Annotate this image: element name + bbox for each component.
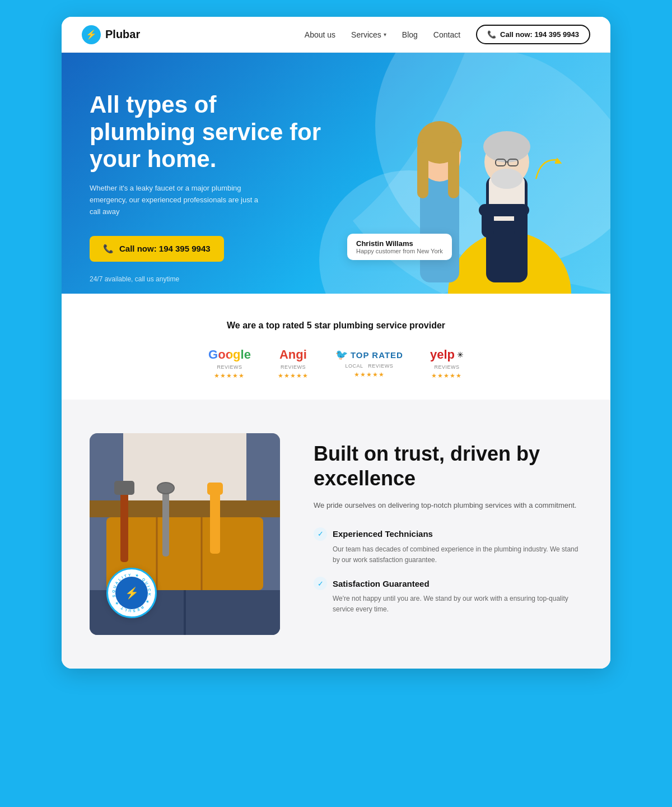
logo-area: ⚡ Plubar	[82, 25, 140, 44]
svg-rect-20	[123, 433, 246, 506]
angi-review-item: Angi REVIEWS ★★★★★	[278, 347, 309, 379]
page-wrapper: ⚡ Plubar About us Services ▾ Blog Contac…	[62, 17, 610, 669]
phone-icon-hero: 📞	[103, 244, 114, 254]
reviews-title: We are a top rated 5 star plumbing servi…	[82, 321, 590, 331]
feature-item-1: ✓ Experienced Technicians Our team has d…	[314, 527, 582, 565]
lightning-badge-icon: ⚡	[125, 586, 139, 600]
google-review-item: Google REVIEWS ★★★★★	[208, 347, 251, 379]
svg-rect-26	[114, 481, 134, 495]
header-call-button[interactable]: 📞 Call now: 194 395 9943	[476, 25, 590, 44]
about-title: Built on trust, driven by excellence	[314, 442, 582, 490]
svg-rect-21	[90, 500, 280, 517]
nav-item-services[interactable]: Services ▾	[351, 30, 386, 39]
yelp-review-item: yelp ✳ REVIEWS ★★★★★	[430, 347, 464, 379]
feature-desc-2: We're not happy until you are. We stand …	[314, 593, 582, 615]
customer-card: Christin Willams Happy customer from New…	[347, 234, 452, 260]
customer-name: Christin Willams	[356, 239, 443, 248]
google-review-label: REVIEWS	[217, 364, 242, 370]
logo-icon: ⚡	[82, 25, 101, 44]
angi-review-label: REVIEWS	[281, 364, 306, 370]
chevron-down-icon: ▾	[384, 31, 386, 38]
svg-rect-4	[417, 142, 428, 198]
toprated-review-item: 🐦 TOP RATED LOCAL REVIEWS ★★★★★	[335, 349, 403, 378]
feature-title-1: Experienced Technicians	[333, 529, 433, 539]
toprated-review-label: LOCAL REVIEWS	[346, 363, 394, 369]
hero-section: All types of plumbing service for your h…	[62, 53, 610, 294]
nav-item-blog[interactable]: Blog	[402, 30, 418, 39]
feature-item-2: ✓ Satisfaction Guaranteed We're not happ…	[314, 577, 582, 615]
svg-point-28	[157, 483, 174, 494]
angi-logo: Angi	[279, 347, 307, 362]
logo-text: Plubar	[105, 28, 140, 41]
hero-arrow-decoration	[530, 151, 568, 188]
svg-rect-25	[120, 484, 128, 562]
svg-rect-14	[514, 210, 526, 238]
toprated-stars: ★★★★★	[354, 371, 385, 378]
nav-item-contact[interactable]: Contact	[433, 30, 460, 39]
feature-header-2: ✓ Satisfaction Guaranteed	[314, 577, 582, 590]
check-icon-1: ✓	[314, 527, 327, 541]
nav-item-about[interactable]: About us	[305, 30, 335, 39]
svg-marker-18	[554, 157, 562, 165]
badge-inner-icon: ⚡	[115, 577, 148, 609]
lightning-icon: ⚡	[86, 29, 97, 40]
hero-title: All types of plumbing service for your h…	[90, 91, 325, 173]
svg-point-10	[483, 131, 530, 163]
feature-title-2: Satisfaction Guaranteed	[333, 579, 430, 588]
reviews-section: We are a top rated 5 star plumbing servi…	[62, 294, 610, 400]
svg-rect-13	[482, 210, 494, 238]
toprated-logo: TOP RATED	[351, 350, 403, 360]
yelp-burst-icon: ✳	[457, 350, 464, 359]
hero-image-area: Christin Willams Happy customer from New…	[353, 53, 588, 294]
about-section: QUALITY ★ QUICK ★ RESULT ★ SAFE ★ ⚡ Buil…	[62, 400, 610, 669]
svg-rect-5	[448, 142, 459, 198]
feature-header-1: ✓ Experienced Technicians	[314, 527, 582, 541]
about-image-wrap: QUALITY ★ QUICK ★ RESULT ★ SAFE ★ ⚡	[90, 433, 280, 635]
google-stars: ★★★★★	[214, 372, 245, 379]
hero-cta-button[interactable]: 📞 Call now: 194 395 9943	[90, 236, 224, 262]
main-nav: About us Services ▾ Blog Contact 📞 Call …	[305, 25, 590, 44]
quality-badge: QUALITY ★ QUICK ★ RESULT ★ SAFE ★ ⚡	[106, 568, 157, 618]
customer-desc: Happy customer from New York	[356, 248, 443, 254]
hero-content: All types of plumbing service for your h…	[90, 91, 325, 282]
yelp-logo: yelp	[430, 347, 455, 362]
google-logo: Google	[208, 347, 251, 362]
check-icon-2: ✓	[314, 577, 327, 590]
reviews-logos: Google REVIEWS ★★★★★ Angi REVIEWS ★★★★★ …	[82, 347, 590, 379]
angi-stars: ★★★★★	[278, 372, 309, 379]
svg-rect-27	[162, 489, 169, 556]
hero-availability: 24/7 available, call us anytime	[90, 275, 325, 283]
yelp-stars: ★★★★★	[431, 372, 462, 379]
svg-rect-30	[207, 483, 223, 495]
phone-icon: 📞	[487, 30, 496, 39]
svg-rect-29	[210, 486, 220, 554]
hero-subtitle: Whether it's a leaky faucet or a major p…	[90, 183, 269, 217]
header: ⚡ Plubar About us Services ▾ Blog Contac…	[62, 17, 610, 53]
feature-desc-1: Our team has decades of combined experie…	[314, 544, 582, 565]
about-content: Built on trust, driven by excellence We …	[314, 442, 582, 626]
toprated-bird-icon: 🐦	[335, 349, 348, 361]
about-description: We pride ourselves on delivering top-not…	[314, 499, 582, 512]
yelp-review-label: REVIEWS	[434, 364, 459, 370]
svg-point-11	[491, 169, 522, 189]
